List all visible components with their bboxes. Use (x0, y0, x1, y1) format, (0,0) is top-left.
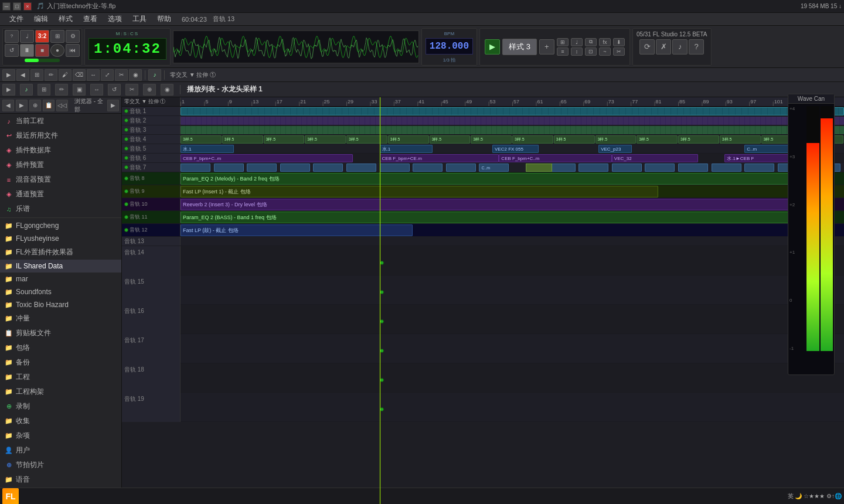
metronome-btn[interactable]: ♩ (20, 30, 34, 43)
draw-playlist-btn[interactable]: ✏ (55, 84, 68, 96)
sidebar-item-user[interactable]: 👤 用户 (0, 443, 121, 458)
playlist-expand-btn[interactable]: ▶ (2, 84, 15, 96)
menu-tools[interactable]: 工具 (128, 13, 151, 25)
track-block[interactable]: 3样.5 (222, 135, 263, 144)
track-10-content[interactable]: Reeverb 2 (Insert 3) - Dry level 包络 (181, 198, 844, 210)
track-block[interactable]: Param_EQ 2 (Melody) - Band 2 freq 包络 (181, 173, 831, 185)
sidebar-item-score[interactable]: ♫ 乐谱 (0, 202, 121, 216)
zoom-in-btn[interactable]: ⊕ (143, 84, 156, 96)
paint-btn[interactable]: 🖌 (59, 69, 72, 81)
track-19-content[interactable] (181, 393, 844, 421)
record-count-btn[interactable]: 3:2 (35, 30, 49, 43)
beat-display[interactable]: 1:04:32 (89, 38, 166, 60)
track-block[interactable]: Fast LP (Insert 1) - 截止 包络 (181, 186, 658, 197)
style-btn[interactable]: 样式 3 (502, 39, 537, 55)
track-block[interactable] (280, 164, 310, 172)
track-2-content[interactable] (181, 116, 844, 125)
track-5-content[interactable]: 水.1水.1VEC2 FX 055VEC_p23C..m (181, 144, 844, 153)
loop-playlist-btn[interactable]: ↺ (108, 84, 121, 96)
icon-cut[interactable]: ✂ (613, 47, 625, 56)
play-btn[interactable]: ▶ (485, 39, 500, 55)
sidebar-item-project[interactable]: 📁 工程 (0, 370, 121, 384)
track-block[interactable]: VEC_32 (612, 154, 698, 162)
pattern-icon-4[interactable]: ↕ (571, 47, 583, 56)
track-block[interactable] (181, 164, 210, 172)
track-block[interactable] (247, 164, 277, 172)
track-block[interactable]: Param_EQ 2 (BASS) - Band 1 freq 包络 (181, 212, 831, 223)
minimize-button[interactable]: ─ (2, 2, 11, 11)
track-block[interactable]: 3样.5 (181, 135, 222, 144)
play-toolbar-btn[interactable]: ▶ (2, 69, 15, 81)
sidebar-item-bao[interactable]: 📁 包络 (0, 340, 121, 355)
track-13-content[interactable] (181, 237, 844, 246)
add-pattern-btn[interactable]: + (539, 39, 554, 55)
menu-options[interactable]: 选项 (103, 13, 127, 25)
nav-back-btn[interactable]: ◀ (16, 69, 29, 81)
track-block[interactable] (214, 164, 244, 172)
master-icon[interactable]: ? (689, 39, 704, 55)
track-led[interactable] (124, 147, 128, 151)
track-led[interactable] (124, 156, 128, 160)
track-block[interactable] (612, 164, 642, 172)
track-block[interactable]: 3样.5 (471, 135, 512, 144)
sidebar-copy-btn[interactable]: 📋 (43, 100, 55, 111)
menu-style[interactable]: 样式 (54, 13, 77, 25)
track-block[interactable] (181, 126, 844, 134)
declick-btn[interactable]: ◉ (161, 84, 173, 96)
pattern-icon-3[interactable]: ♩ (571, 38, 583, 46)
sidebar-item-channel-preset[interactable]: ◈ 通道预置 (0, 187, 121, 202)
track-17-content[interactable] (181, 334, 844, 363)
sidebar-expand-btn[interactable]: ▶ (107, 100, 119, 111)
track-led[interactable] (124, 165, 128, 169)
track-3-content[interactable] (181, 125, 844, 134)
slice-playlist-btn[interactable]: ✂ (125, 84, 138, 96)
track-block[interactable] (181, 117, 844, 125)
track-block[interactable] (313, 164, 343, 172)
track-led[interactable] (124, 137, 128, 141)
sidebar-item-project-struct[interactable]: 📁 工程构架 (0, 384, 121, 399)
track-block[interactable]: 3样.5 (305, 135, 346, 144)
snap-playlist-btn[interactable]: ⊞ (38, 84, 50, 96)
track-block[interactable] (744, 164, 774, 172)
track-block[interactable]: 水.1 (380, 145, 433, 153)
menu-view[interactable]: 查看 (79, 13, 102, 25)
sidebar-item-backup[interactable]: 📁 备份 (0, 355, 121, 370)
sidebar-back2-btn[interactable]: ◁◁ (56, 100, 68, 111)
maximize-button[interactable]: □ (13, 2, 21, 11)
sidebar-item-misc[interactable]: 📁 杂项 (0, 428, 121, 443)
track-block[interactable]: 3样.5 (512, 135, 553, 144)
window-controls[interactable]: ─ □ × (2, 2, 32, 11)
icon-fx[interactable]: fx (599, 38, 611, 46)
track-block[interactable]: CEB F_bpm+CE.m (380, 154, 499, 162)
sidebar-item-recent-files[interactable]: ↩ 最近所用文件 (0, 128, 121, 143)
track-block[interactable]: C..m (744, 145, 791, 153)
track-6-content[interactable]: CEB F_bpm+C..mCEB F_bpm+CE.mCEB F_bpm+C.… (181, 154, 844, 162)
track-block[interactable] (712, 164, 741, 172)
track-7-content[interactable]: C..m (181, 163, 844, 172)
sidebar-item-mixer-preset[interactable]: ≡ 混音器预置 (0, 172, 121, 187)
toggle-btn[interactable]: ↔ (90, 84, 103, 96)
mute-btn[interactable]: ◉ (129, 69, 142, 81)
close-button[interactable]: × (23, 2, 32, 11)
track-block[interactable] (678, 164, 708, 172)
snap-btn[interactable]: ⊞ (30, 69, 43, 81)
track-block[interactable] (446, 164, 476, 172)
track-16-content[interactable] (181, 305, 844, 333)
sidebar-item-clipboard[interactable]: 📋 剪贴板文件 (0, 326, 121, 340)
track-8-content[interactable]: Param_EQ 2 (Melody) - Band 2 freq 包络 (181, 172, 844, 185)
track-led[interactable] (124, 176, 128, 181)
sidebar-add-btn[interactable]: ⊕ (29, 100, 41, 111)
sidebar-back-btn[interactable]: ◀ (2, 100, 14, 111)
sidebar-item-flyusheyinse[interactable]: 📁 FLyusheyinse (0, 232, 121, 245)
pattern-icon-2[interactable]: ≡ (557, 47, 569, 56)
track-11-content[interactable]: Param_EQ 2 (BASS) - Band 1 freq 包络 (181, 211, 844, 223)
track-12-content[interactable]: Fast LP (鼓) - 截止 包络 (181, 224, 844, 236)
perf-icon[interactable]: ✗ (656, 39, 671, 55)
track-led[interactable] (124, 228, 128, 232)
track-15-content[interactable] (181, 275, 844, 304)
mixer-btn[interactable]: ⊞ (50, 30, 64, 43)
erase-btn[interactable]: ⌫ (73, 69, 86, 81)
track-block[interactable]: 3样.5 (595, 135, 637, 144)
track-block[interactable] (526, 164, 552, 172)
track-18-content[interactable] (181, 363, 844, 392)
